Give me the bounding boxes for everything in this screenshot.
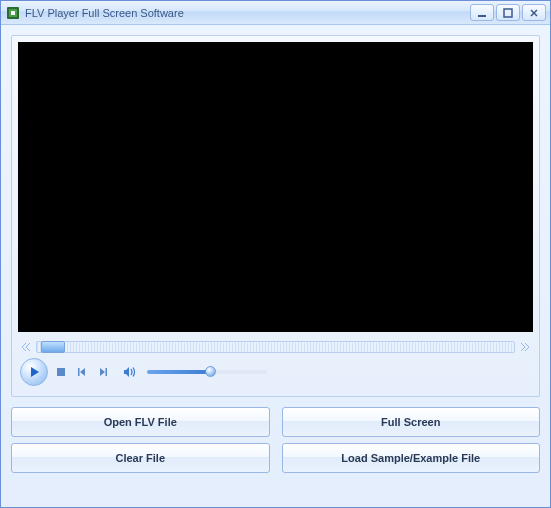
seek-slider[interactable] <box>36 341 515 353</box>
volume-thumb[interactable] <box>205 366 216 377</box>
load-sample-button[interactable]: Load Sample/Example File <box>282 443 541 473</box>
next-button[interactable] <box>95 364 111 380</box>
play-button[interactable] <box>20 358 48 386</box>
stop-button[interactable] <box>53 364 69 380</box>
svg-rect-7 <box>106 368 108 376</box>
svg-rect-3 <box>478 15 486 17</box>
volume-slider[interactable] <box>147 370 267 374</box>
svg-rect-2 <box>11 11 15 15</box>
full-screen-button[interactable]: Full Screen <box>282 407 541 437</box>
seek-thumb[interactable] <box>41 341 65 353</box>
client-area: Open FLV File Full Screen Clear File Loa… <box>1 25 550 507</box>
window-controls <box>470 4 546 21</box>
button-grid: Open FLV File Full Screen Clear File Loa… <box>11 407 540 473</box>
prev-button[interactable] <box>74 364 90 380</box>
video-display[interactable] <box>18 42 533 332</box>
window-title: FLV Player Full Screen Software <box>25 7 470 19</box>
svg-rect-6 <box>78 368 80 376</box>
svg-rect-4 <box>504 9 512 17</box>
seek-row <box>20 340 531 354</box>
control-row <box>20 358 531 386</box>
video-frame <box>11 35 540 397</box>
volume-icon[interactable] <box>122 364 138 380</box>
close-button[interactable] <box>522 4 546 21</box>
seek-back-icon[interactable] <box>20 340 32 354</box>
clear-file-button[interactable]: Clear File <box>11 443 270 473</box>
svg-rect-5 <box>57 368 65 376</box>
seek-forward-icon[interactable] <box>519 340 531 354</box>
open-flv-button[interactable]: Open FLV File <box>11 407 270 437</box>
app-window: FLV Player Full Screen Software <box>0 0 551 508</box>
player-controls <box>18 336 533 390</box>
maximize-button[interactable] <box>496 4 520 21</box>
volume-fill <box>147 370 209 374</box>
minimize-button[interactable] <box>470 4 494 21</box>
titlebar: FLV Player Full Screen Software <box>1 1 550 25</box>
app-icon <box>5 5 21 21</box>
